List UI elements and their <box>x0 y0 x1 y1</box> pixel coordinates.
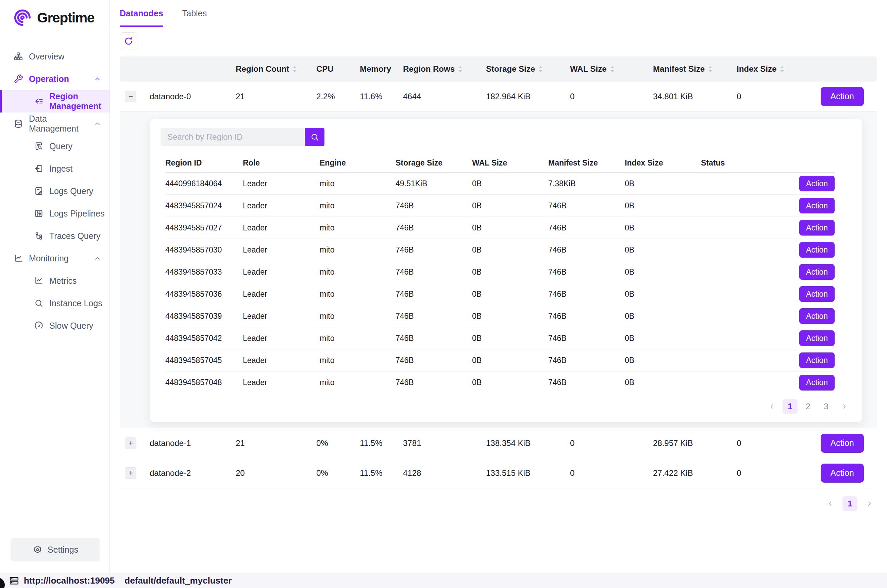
cell-value: 0% <box>316 468 328 478</box>
statusbar-cluster[interactable]: default/default_mycluster <box>125 575 232 586</box>
datanodes-prev-page-button[interactable] <box>823 496 838 511</box>
cell-value: mito <box>320 312 334 321</box>
app-window: Greptime OverviewOperationRegion Managem… <box>0 0 887 573</box>
chevron-up-icon[interactable] <box>93 120 101 128</box>
sidebar-item-logs-query[interactable]: Logs Query <box>0 180 110 202</box>
regions-page-button[interactable]: 1 <box>783 399 798 414</box>
header-cell-index-size: Index Size <box>625 158 701 168</box>
cell-expand <box>120 467 141 479</box>
sort-icon[interactable] <box>610 66 615 72</box>
cell-storage-size: 746B <box>395 334 472 343</box>
cell-value: 4483945857042 <box>165 334 222 343</box>
datanode-row: datanode-1210%11.5%3781138.354 KiB028.95… <box>120 428 877 458</box>
cell-manifest-size: 746B <box>548 334 625 343</box>
cell-value: 746B <box>548 356 567 365</box>
header-cell-storage-size: Storage Size <box>395 158 472 168</box>
region-action-button[interactable]: Action <box>799 242 834 258</box>
sidebar-item-query[interactable]: Query <box>0 135 110 158</box>
cell-engine: mito <box>320 290 395 299</box>
region-search-input[interactable] <box>161 128 305 146</box>
region-action-button[interactable]: Action <box>799 176 834 191</box>
cell-value: mito <box>320 290 334 299</box>
cell-value: 746B <box>548 223 567 232</box>
cell-storage-size: 746B <box>395 201 472 210</box>
datanodes-page-button[interactable]: 1 <box>842 496 857 511</box>
cell-value: 746B <box>548 245 567 255</box>
region-action-button[interactable]: Action <box>799 220 834 236</box>
regions-page-button[interactable]: 2 <box>801 399 816 414</box>
datanode-action-button[interactable]: Action <box>821 87 864 106</box>
regions-prev-page-button[interactable] <box>765 399 780 414</box>
sort-icon[interactable] <box>293 66 297 72</box>
region-action-button[interactable]: Action <box>799 375 834 390</box>
sidebar-item-slow-query[interactable]: Slow Query <box>0 314 110 337</box>
sidebar-item-instance-logs[interactable]: Instance Logs <box>0 292 110 314</box>
column-label: Storage Size <box>395 158 442 168</box>
region-action-button[interactable]: Action <box>799 330 834 346</box>
plus-icon <box>127 440 134 447</box>
header-cell-manifest-size[interactable]: Manifest Size <box>645 64 729 74</box>
sidebar-item-logs-pipelines[interactable]: Logs Pipelines <box>0 202 110 225</box>
cell-value: 746B <box>548 312 567 321</box>
region-action-button[interactable]: Action <box>799 264 834 280</box>
datanodes-next-page-button[interactable] <box>862 496 877 511</box>
cell-region-count: 20 <box>227 468 308 478</box>
region-action-button[interactable]: Action <box>799 352 834 368</box>
statusbar-url[interactable]: http://localhost:19095 <box>24 575 114 586</box>
expand-button[interactable] <box>125 467 136 479</box>
cell-action: Action <box>792 434 876 453</box>
cell-name: datanode-2 <box>141 468 227 478</box>
header-cell-memory: Memory <box>352 64 395 74</box>
header-cell-region-count[interactable]: Region Count <box>227 64 308 74</box>
regions-page-button[interactable]: 3 <box>819 399 834 414</box>
chevron-up-icon[interactable] <box>93 75 101 83</box>
corner-dot <box>0 578 5 588</box>
sort-icon[interactable] <box>538 66 543 72</box>
sidebar-item-label: Data Management <box>29 114 88 134</box>
column-label: Manifest Size <box>548 158 598 168</box>
chevron-up-icon[interactable] <box>93 255 101 262</box>
sidebar-item-operation[interactable]: Operation <box>0 68 110 90</box>
refresh-button[interactable] <box>120 32 137 50</box>
datanode-action-button[interactable]: Action <box>821 464 864 483</box>
region-action-button[interactable]: Action <box>799 308 834 324</box>
cell-value: 0B <box>625 378 634 387</box>
cell-cpu: 2.2% <box>308 92 352 101</box>
cell-value: 4483945857024 <box>165 201 222 210</box>
header-cell-storage-size[interactable]: Storage Size <box>478 64 562 74</box>
cell-value: mito <box>320 245 334 255</box>
sidebar-item-metrics[interactable]: Metrics <box>0 270 110 292</box>
sidebar-item-overview[interactable]: Overview <box>0 45 110 68</box>
settings-button[interactable]: Settings <box>11 538 100 561</box>
cell-value: mito <box>320 378 334 387</box>
cell-wal-size: 0B <box>472 312 548 321</box>
collapse-button[interactable] <box>125 91 136 102</box>
header-cell-region-rows[interactable]: Region Rows <box>395 64 478 74</box>
regions-next-page-button[interactable] <box>837 399 852 414</box>
header-cell-region-id: Region ID <box>165 158 243 168</box>
sidebar-item-label: Instance Logs <box>49 298 102 308</box>
tab-datanodes[interactable]: Datanodes <box>120 0 163 27</box>
region-search-button[interactable] <box>305 128 325 146</box>
header-cell-index-size[interactable]: Index Size <box>729 64 792 74</box>
sidebar-item-ingest[interactable]: Ingest <box>0 158 110 180</box>
expand-button[interactable] <box>125 437 136 449</box>
sidebar-item-region-management[interactable]: Region Management <box>0 90 110 112</box>
sidebar-item-data-management[interactable]: Data Management <box>0 112 110 135</box>
sort-icon[interactable] <box>780 66 784 72</box>
region-panel: Region IDRoleEngineStorage SizeWAL SizeM… <box>120 111 877 428</box>
sort-icon[interactable] <box>708 66 713 72</box>
sidebar-item-monitoring[interactable]: Monitoring <box>0 247 110 270</box>
sort-icon[interactable] <box>458 66 463 72</box>
cell-storage-size: 746B <box>395 312 472 321</box>
host-icon <box>9 575 20 586</box>
region-action-button[interactable]: Action <box>799 286 834 302</box>
datanode-action-button[interactable]: Action <box>821 434 864 453</box>
cell-index-size: 0 <box>729 468 792 478</box>
cell-value: 746B <box>395 378 414 387</box>
gear-icon <box>33 545 42 555</box>
sidebar-item-traces-query[interactable]: Traces Query <box>0 225 110 247</box>
tab-tables[interactable]: Tables <box>182 0 207 27</box>
region-action-button[interactable]: Action <box>799 198 834 213</box>
header-cell-wal-size[interactable]: WAL Size <box>562 64 645 74</box>
